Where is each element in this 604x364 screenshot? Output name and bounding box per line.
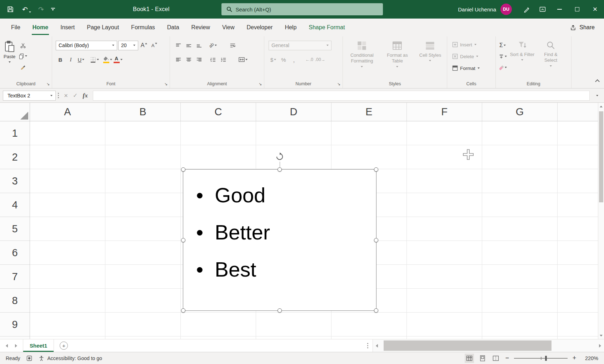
column-header-f[interactable]: F <box>407 103 482 121</box>
resize-handle-s[interactable] <box>278 308 282 313</box>
number-format-combo[interactable]: General <box>269 41 331 50</box>
scroll-left-button[interactable] <box>373 339 381 352</box>
format-cells-button[interactable]: Format <box>452 64 490 73</box>
textbox-shape[interactable]: •Good •Better •Best <box>183 169 376 311</box>
vertical-scrollbar-thumb[interactable] <box>599 111 603 202</box>
resize-handle-n[interactable] <box>278 167 282 172</box>
horizontal-scrollbar-track[interactable] <box>381 339 596 352</box>
increase-indent-button[interactable] <box>219 55 228 64</box>
new-sheet-button[interactable]: + <box>60 342 68 350</box>
resize-handle-se[interactable] <box>374 308 378 313</box>
close-button[interactable]: × <box>586 0 604 19</box>
minimize-button[interactable] <box>550 0 568 19</box>
column-header-e[interactable]: E <box>331 103 407 121</box>
font-color-button[interactable]: A <box>113 55 123 64</box>
avatar[interactable]: DU <box>500 4 512 15</box>
accessibility-status[interactable]: Accessibility: Good to go <box>39 355 102 361</box>
sort-filter-button[interactable]: Sort & Filter <box>509 40 536 80</box>
clear-button[interactable] <box>498 63 507 72</box>
tab-page-layout[interactable]: Page Layout <box>81 19 125 36</box>
underline-button[interactable]: U <box>76 55 86 64</box>
comma-style-button[interactable]: , <box>289 55 299 64</box>
vertical-scrollbar[interactable] <box>598 103 604 339</box>
format-painter-button[interactable] <box>18 62 28 71</box>
clipboard-dialog-launcher[interactable]: ↘ <box>46 82 50 86</box>
tab-shape-format[interactable]: Shape Format <box>303 19 351 36</box>
copy-button[interactable] <box>18 51 28 61</box>
search-input[interactable] <box>236 6 378 12</box>
tab-help[interactable]: Help <box>279 19 303 36</box>
collapse-ribbon-button[interactable] <box>596 78 599 85</box>
textbox-content[interactable]: •Good •Better •Best <box>183 170 376 288</box>
tab-file[interactable]: File <box>5 19 26 36</box>
share-button[interactable]: Share <box>570 24 595 31</box>
conditional-formatting-button[interactable]: Conditional Formatting <box>345 40 379 80</box>
column-header-g[interactable]: G <box>482 103 558 121</box>
accounting-format-button[interactable]: $ <box>269 55 278 64</box>
decrease-indent-button[interactable] <box>208 55 218 64</box>
alignment-dialog-launcher[interactable]: ↘ <box>259 82 262 86</box>
column-header-partial[interactable] <box>558 103 598 121</box>
tab-review[interactable]: Review <box>185 19 216 36</box>
font-name-combo[interactable]: Calibri (Body) <box>56 41 117 50</box>
page-layout-view-button[interactable] <box>478 354 487 363</box>
cancel-button[interactable]: × <box>64 92 68 100</box>
fill-color-button[interactable] <box>103 55 112 64</box>
align-left-button[interactable] <box>174 55 183 64</box>
bold-button[interactable]: B <box>56 55 65 64</box>
tab-formulas[interactable]: Formulas <box>125 19 161 36</box>
wrap-text-button[interactable] <box>228 41 237 50</box>
enter-button[interactable]: ✓ <box>73 92 78 99</box>
font-dialog-launcher[interactable]: ↘ <box>164 82 168 86</box>
insert-function-button[interactable]: fx <box>83 92 88 99</box>
page-break-preview-button[interactable] <box>491 354 500 363</box>
format-as-table-button[interactable]: Format as Table <box>381 40 414 80</box>
maximize-button[interactable] <box>568 0 586 19</box>
undo-button[interactable]: ↶ <box>22 6 31 13</box>
column-header-d[interactable]: D <box>256 103 331 121</box>
zoom-in-button[interactable]: + <box>571 354 577 362</box>
merge-center-button[interactable] <box>238 55 248 64</box>
horizontal-scrollbar-thumb[interactable] <box>384 340 551 351</box>
row-header-3[interactable]: 3 <box>0 169 30 193</box>
increase-font-size-button[interactable]: A <box>139 41 149 50</box>
row-header-9[interactable]: 9 <box>0 313 30 337</box>
rotate-handle[interactable] <box>275 152 284 161</box>
cell-styles-button[interactable]: Cell Styles <box>416 40 445 80</box>
column-header-b[interactable]: B <box>105 103 181 121</box>
tab-scrollbar-splitter[interactable] <box>363 339 373 352</box>
row-header-6[interactable]: 6 <box>0 241 30 265</box>
next-sheet-button[interactable] <box>15 344 17 348</box>
resize-handle-e[interactable] <box>374 238 378 242</box>
autosum-button[interactable]: Σ <box>498 41 507 50</box>
horizontal-scrollbar[interactable] <box>373 339 604 352</box>
italic-button[interactable]: I <box>66 55 75 64</box>
resize-handle-sw[interactable] <box>181 308 185 313</box>
search-bar[interactable] <box>221 3 383 15</box>
resize-handle-w[interactable] <box>181 238 185 242</box>
customize-qat-button[interactable] <box>51 8 55 11</box>
orientation-button[interactable]: ab <box>208 41 218 50</box>
name-box[interactable]: TextBox 2 <box>3 91 56 101</box>
zoom-slider[interactable] <box>514 355 568 361</box>
redo-button[interactable]: ↷ <box>38 6 44 13</box>
formula-input[interactable] <box>93 91 590 101</box>
scroll-right-button[interactable] <box>596 339 604 352</box>
zoom-out-button[interactable]: − <box>504 354 510 362</box>
delete-cells-button[interactable]: Delete <box>452 52 490 61</box>
decrease-decimal-button[interactable]: .00→ <box>315 55 325 64</box>
column-header-c[interactable]: C <box>181 103 256 121</box>
select-all-button[interactable] <box>0 103 30 121</box>
decrease-font-size-button[interactable]: A <box>150 41 159 50</box>
row-header-7[interactable]: 7 <box>0 265 30 289</box>
previous-sheet-button[interactable] <box>6 344 8 348</box>
paste-button[interactable]: Paste <box>4 40 15 80</box>
tab-home[interactable]: Home <box>26 19 54 36</box>
zoom-level[interactable]: 220% <box>581 355 598 361</box>
number-dialog-launcher[interactable]: ↘ <box>337 82 340 86</box>
tab-data[interactable]: Data <box>161 19 185 36</box>
expand-formula-bar-button[interactable] <box>592 95 603 96</box>
tab-developer[interactable]: Developer <box>240 19 279 36</box>
insert-cells-button[interactable]: Insert <box>452 40 490 49</box>
middle-align-button[interactable] <box>184 41 193 50</box>
